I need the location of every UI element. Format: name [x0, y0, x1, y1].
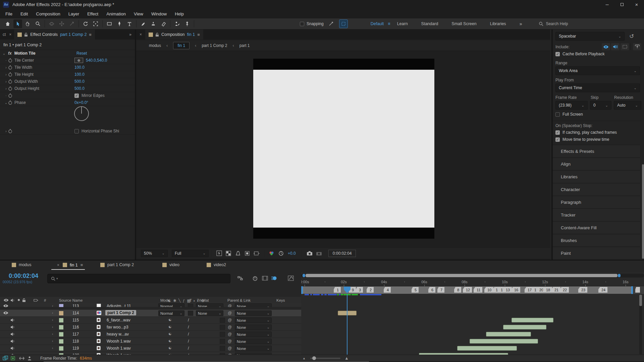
layer-row-115[interactable]: ›1156_favor...wav☯/@None⌄: [0, 317, 301, 324]
navigator-start-handle[interactable]: [303, 274, 305, 277]
search-help-input[interactable]: Search Help: [546, 21, 568, 26]
layer-name[interactable]: 6_favor...wav: [107, 318, 130, 322]
layer-row-116[interactable]: ›116fav woo...p3☯/@None⌄: [0, 324, 301, 331]
brush-tool[interactable]: [139, 19, 148, 28]
layer-duration-bar-119[interactable]: [457, 346, 517, 351]
move-time-checkbox[interactable]: ✓: [555, 137, 560, 142]
prop-phase[interactable]: ⌄Phase0x+0.0°: [0, 99, 135, 106]
breadcrumb-part-1-Comp-2[interactable]: part 1 Comp 2: [202, 43, 227, 48]
layer-label-swatch[interactable]: [59, 304, 63, 307]
comp-marker-13[interactable]: 13: [503, 287, 512, 293]
panel-scrollbar[interactable]: [642, 164, 644, 259]
trkmat-dropdown[interactable]: None⌄: [196, 303, 223, 307]
menu-composition[interactable]: Composition: [32, 9, 64, 18]
prop-value[interactable]: 0x+0.0°: [74, 100, 88, 105]
layer-audio-icon[interactable]: [10, 346, 15, 350]
parent-dropdown[interactable]: None⌄: [235, 324, 272, 330]
quality-switch-icon[interactable]: /: [188, 324, 189, 329]
pickwhip-icon[interactable]: @: [228, 332, 232, 337]
maximize-button[interactable]: [614, 0, 629, 9]
pen-tool[interactable]: [115, 19, 124, 28]
comp-marker-8[interactable]: 8: [454, 287, 461, 293]
panel-stack-effects-presets[interactable]: Effects & Presets: [553, 145, 640, 157]
orbit-tool[interactable]: [47, 19, 56, 28]
prop-tile-height[interactable]: ›Tile Height100.0: [0, 71, 135, 78]
comp-marker-10[interactable]: 10: [484, 287, 493, 293]
layer-label-swatch[interactable]: [59, 346, 63, 351]
layer-label-swatch[interactable]: [59, 311, 63, 315]
pan-camera-tool[interactable]: [57, 19, 66, 28]
layer-duration-bar-116[interactable]: [503, 325, 546, 329]
navigator-end-handle[interactable]: [618, 274, 621, 277]
snap-angle-icon[interactable]: [327, 19, 335, 28]
snapping-checkbox[interactable]: [300, 22, 304, 26]
pickwhip-icon[interactable]: @: [228, 346, 232, 351]
hide-shy-layers-icon[interactable]: [251, 275, 259, 282]
effect-controls-tab[interactable]: Effect Controls part 1 Comp 2 ≡: [14, 29, 95, 40]
panel-stack-character[interactable]: Character: [553, 183, 640, 195]
breadcrumb-modus[interactable]: modus: [149, 43, 161, 48]
transform-arrows-icon[interactable]: [19, 356, 24, 361]
preserve-transparency-cell[interactable]: [188, 304, 193, 307]
fast-preview-icon[interactable]: [215, 250, 223, 257]
menu-layer[interactable]: Layer: [64, 9, 84, 18]
workspace-small-screen[interactable]: Small Screen: [451, 21, 476, 26]
timeline-vertical-scrollbar[interactable]: [639, 294, 642, 354]
menu-effect[interactable]: Effect: [83, 9, 102, 18]
current-time-display[interactable]: 0:00:02:04: [9, 273, 38, 280]
selection-tool[interactable]: [13, 19, 22, 28]
quality-switch-icon[interactable]: /: [188, 317, 189, 322]
panel-stack-content-aware-fill[interactable]: Content-Aware Fill: [553, 221, 640, 234]
switch-cell[interactable]: [220, 332, 225, 337]
timeline-tab-part-1-Comp-2[interactable]: part 1 Comp 2: [100, 262, 134, 267]
play-from-dropdown[interactable]: Current Time⌄: [555, 83, 640, 92]
layer-duration-bar-118[interactable]: [470, 339, 538, 344]
prop-checkbox[interactable]: [74, 129, 79, 133]
layer-name[interactable]: Woosh 1.wav: [107, 339, 131, 344]
prop-value[interactable]: 100.0: [74, 65, 85, 70]
layer-duration-bar-117[interactable]: [486, 332, 531, 337]
expand-layer-icon[interactable]: ›: [52, 332, 53, 336]
panel-stack-libraries[interactable]: Libraries: [553, 170, 640, 183]
layer-label-swatch[interactable]: [59, 332, 63, 337]
expand-layer-icon[interactable]: ›: [52, 304, 53, 307]
menu-view[interactable]: View: [130, 9, 147, 18]
puppet-pin-tool[interactable]: [183, 19, 192, 28]
prop-value[interactable]: 100.0: [74, 72, 85, 77]
rotation-tool[interactable]: [81, 19, 90, 28]
expand-layer-icon[interactable]: ›: [52, 339, 53, 343]
close-tab-icon[interactable]: ×: [9, 32, 11, 37]
parent-dropdown[interactable]: None⌄: [235, 310, 272, 316]
layer-row-114[interactable]: ›114part 1 Comp 2☯/fxNormal⌄None⌄@None⌄: [0, 310, 301, 317]
layer-row-119[interactable]: ›119Woosh 1.wav☯/@None⌄: [0, 345, 301, 352]
comp-marker-23[interactable]: 23: [578, 287, 587, 293]
composition-mini-flowchart-icon[interactable]: [236, 275, 244, 282]
timeline-tab-fin-1[interactable]: ×fin 1≡: [57, 262, 83, 267]
comp-marker-5[interactable]: 5: [412, 287, 419, 293]
frame-blending-icon[interactable]: [261, 275, 269, 282]
layer-name[interactable]: heavy w...av: [107, 332, 129, 337]
layer-audio-icon[interactable]: [10, 332, 15, 336]
comp-marker-16[interactable]: 16: [511, 287, 520, 293]
blend-mode-dropdown[interactable]: Normal⌄: [158, 310, 184, 316]
pickwhip-icon[interactable]: @: [228, 325, 232, 329]
project-tab-partial[interactable]: ct: [3, 32, 6, 37]
panel-stack-tracker[interactable]: Tracker: [553, 208, 640, 221]
panel-stack-paragraph[interactable]: Paragraph: [553, 196, 640, 208]
comp-marker-7[interactable]: 7: [437, 287, 444, 293]
work-area-end[interactable]: [631, 286, 633, 294]
snapshot-camera-icon[interactable]: [306, 250, 313, 257]
comp-marker-21[interactable]: 21: [551, 287, 560, 293]
tile-center-crosshair-button[interactable]: ⊕: [74, 58, 83, 63]
workspace-menu-icon[interactable]: ≡: [388, 21, 390, 26]
minimize-button[interactable]: ─: [600, 0, 614, 9]
comp-marker-18[interactable]: 18: [543, 287, 552, 293]
live-update-icon[interactable]: [3, 356, 8, 361]
comp-marker-12[interactable]: 12: [463, 287, 472, 293]
time-ruler[interactable]: 0:00s02s04s06s08s10s12s14s16s: [301, 278, 644, 286]
quality-switch-icon[interactable]: /: [188, 331, 189, 337]
workspace-overflow-icon[interactable]: »: [520, 21, 522, 26]
comp-marker-24[interactable]: 24: [598, 287, 607, 293]
exposure-value[interactable]: +0.0: [288, 251, 296, 256]
prop-output-height[interactable]: ›Output Height500.0: [0, 85, 135, 92]
